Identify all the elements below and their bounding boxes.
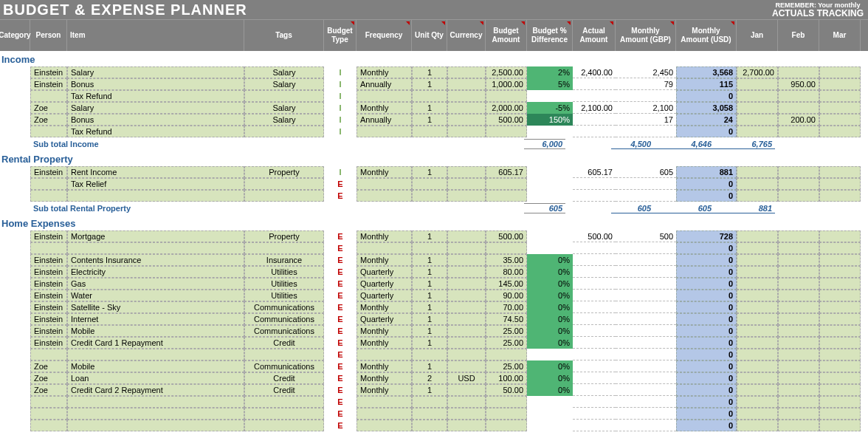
cell-item[interactable]: Contents Insurance [67,254,244,266]
cell-jan[interactable] [737,266,778,278]
cell-currency[interactable]: USD [447,372,486,384]
cell-qty[interactable] [412,178,447,190]
cell-monthly-usd[interactable]: 0 [676,90,737,102]
cell-qty[interactable]: 1 [412,166,447,178]
cell-monthly-gbp[interactable] [616,242,676,254]
cell-budget-amount[interactable]: 145.00 [486,278,527,290]
cell-monthly-usd[interactable]: 0 [676,384,737,396]
cell-person[interactable]: Einstein [30,301,67,313]
cell-mar[interactable] [819,301,861,313]
cell-budget-type[interactable]: I [324,90,356,102]
cell-budget-amount[interactable]: 100.00 [486,372,527,384]
cell-monthly-usd[interactable]: 0 [676,360,737,372]
cell-mar[interactable] [819,372,861,384]
cell-frequency[interactable] [356,90,412,102]
cell-qty[interactable]: 1 [412,102,447,114]
cell-frequency[interactable]: Monthly [356,301,412,313]
cell-monthly-usd[interactable]: 0 [676,313,737,325]
cell-feb[interactable] [778,337,819,349]
cell-qty[interactable] [412,242,447,254]
cell-actual-amount[interactable] [573,301,616,313]
cell-tags[interactable] [244,178,324,190]
cell-monthly-usd[interactable]: 0 [676,178,737,190]
cell-monthly-usd[interactable]: 0 [676,301,737,313]
cell-jan[interactable] [737,396,778,408]
cell-monthly-gbp[interactable] [616,396,676,408]
cell-qty[interactable]: 1 [412,254,447,266]
cell-jan[interactable] [737,254,778,266]
cell-jan[interactable] [737,78,778,90]
cell-budget-type[interactable]: E [324,396,356,408]
table-row[interactable]: ZoeSalarySalaryIMonthly12,000.00-5%2,100… [0,102,868,114]
cell-tags[interactable]: Salary [244,66,324,78]
cell-mar[interactable] [819,278,861,290]
cell-currency[interactable] [447,408,486,420]
cell-frequency[interactable] [356,396,412,408]
cell-item[interactable]: Tax Refund [67,126,244,137]
cell-jan[interactable] [737,114,778,126]
cell-person[interactable] [30,349,67,360]
cell-currency[interactable] [447,313,486,325]
cell-actual-amount[interactable] [573,408,616,420]
cell-frequency[interactable] [356,420,412,431]
cell-monthly-gbp[interactable]: 79 [616,78,676,90]
cell-feb[interactable]: 950.00 [778,78,819,90]
cell-monthly-usd[interactable]: 0 [676,242,737,254]
cell-budget-amount[interactable] [486,126,527,137]
cell-mar[interactable] [819,114,861,126]
cell-jan[interactable] [737,337,778,349]
cell-jan[interactable] [737,301,778,313]
cell-feb[interactable] [778,384,819,396]
cell-monthly-usd[interactable]: 0 [676,408,737,420]
cell-mar[interactable] [819,230,861,242]
col-feb[interactable]: Feb [778,20,819,51]
col-category[interactable]: Category [0,20,30,51]
cell-feb[interactable] [778,278,819,290]
cell-monthly-usd[interactable]: 0 [676,266,737,278]
col-budget-type[interactable]: Budget Type [324,20,356,51]
cell-budget-type[interactable]: I [324,66,356,78]
cell-qty[interactable] [412,408,447,420]
cell-budget-amount[interactable]: 500.00 [486,114,527,126]
cell-monthly-gbp[interactable]: 2,450 [616,66,676,78]
cell-budget-type[interactable]: E [324,230,356,242]
cell-budget-amount[interactable] [486,178,527,190]
table-row[interactable]: ZoeBonusSalaryIAnnually1500.00150%172420… [0,114,868,126]
cell-jan[interactable] [737,313,778,325]
cell-frequency[interactable]: Monthly [356,166,412,178]
cell-mar[interactable] [819,290,861,301]
col-item[interactable]: Item [67,20,244,51]
cell-monthly-gbp[interactable] [616,420,676,431]
table-row[interactable]: EinsteinSatellite - SkyCommunicationsEMo… [0,301,868,313]
table-row[interactable]: EinsteinWaterUtilitiesEQuarterly190.000%… [0,290,868,301]
cell-qty[interactable]: 1 [412,114,447,126]
cell-budget-pct-diff[interactable] [527,396,573,408]
cell-budget-amount[interactable]: 25.00 [486,337,527,349]
cell-tags[interactable]: Salary [244,114,324,126]
cell-qty[interactable] [412,349,447,360]
cell-monthly-gbp[interactable] [616,325,676,337]
cell-item[interactable]: Mobile [67,360,244,372]
cell-currency[interactable] [447,278,486,290]
cell-budget-type[interactable]: E [324,384,356,396]
cell-item[interactable] [67,396,244,408]
cell-feb[interactable] [778,126,819,137]
cell-person[interactable]: Einstein [30,278,67,290]
cell-currency[interactable] [447,337,486,349]
cell-budget-type[interactable]: E [324,290,356,301]
cell-feb[interactable] [778,66,819,78]
cell-mar[interactable] [819,313,861,325]
cell-monthly-gbp[interactable]: 500 [616,230,676,242]
cell-actual-amount[interactable] [573,360,616,372]
cell-actual-amount[interactable] [573,337,616,349]
cell-budget-amount[interactable]: 2,500.00 [486,66,527,78]
cell-actual-amount[interactable] [573,78,616,90]
cell-actual-amount[interactable] [573,266,616,278]
cell-jan[interactable] [737,166,778,178]
cell-budget-pct-diff[interactable] [527,420,573,431]
cell-jan[interactable] [737,242,778,254]
cell-currency[interactable] [447,290,486,301]
cell-mar[interactable] [819,337,861,349]
cell-person[interactable] [30,178,67,190]
cell-budget-amount[interactable]: 25.00 [486,360,527,372]
